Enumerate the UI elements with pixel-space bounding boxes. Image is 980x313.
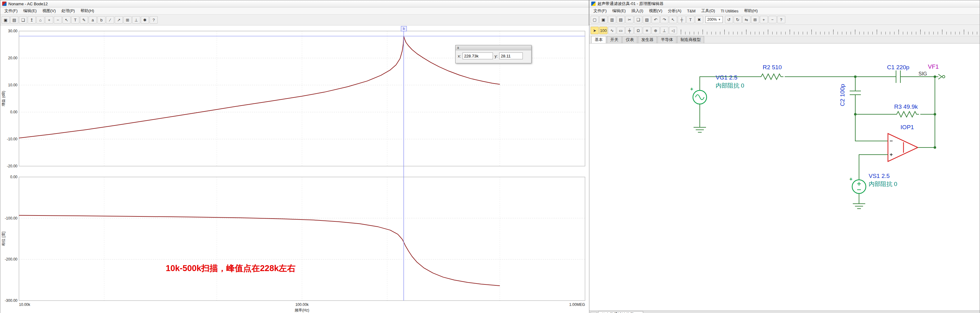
pen-icon[interactable]: ✎ [80, 16, 88, 24]
y-tick-label: -300.00 [5, 299, 18, 303]
menu-item[interactable]: TI Utilities [718, 8, 741, 14]
schematic-component-toolbar: ➤100∿▭╪Ω≡⊕⊥◁ [589, 25, 980, 36]
wire-icon[interactable]: ┼ [678, 16, 686, 23]
zoom-select[interactable]: 200% ▼ [705, 16, 723, 23]
menu-item[interactable]: 文件(F) [590, 8, 609, 14]
line-icon[interactable]: ∕ [106, 16, 114, 24]
battery-icon[interactable]: ≡ [643, 27, 651, 34]
cursor-y-label: y: [495, 54, 498, 58]
print-icon[interactable]: ▤ [10, 16, 18, 24]
flip-icon[interactable]: ⇋ [742, 16, 751, 23]
tab-仪表[interactable]: 仪表 [622, 36, 637, 43]
menu-item[interactable]: 编辑(E) [609, 8, 628, 14]
open-icon[interactable]: ▣ [599, 16, 608, 23]
wire[interactable] [855, 114, 888, 141]
zoom-fit-icon[interactable]: ⌂ [37, 16, 45, 24]
paste-icon[interactable]: ▧ [643, 16, 651, 23]
menu-item[interactable]: 文件(F) [2, 8, 21, 14]
generator-icon[interactable]: ∿ [608, 27, 616, 34]
opamp-iop1[interactable]: IOP1 [888, 124, 918, 161]
undo-icon[interactable]: ↶ [652, 16, 660, 23]
node-icon[interactable]: ⊕ [652, 27, 660, 34]
sig-label: SIG [918, 71, 927, 76]
save-icon[interactable]: ▥ [608, 16, 616, 23]
resistor-r2[interactable]: R2 510 [760, 64, 783, 79]
arrow-icon[interactable]: ↗ [115, 16, 123, 24]
ground-icon [853, 204, 865, 209]
menu-item[interactable]: 处理(P) [59, 8, 78, 14]
zoom-out-icon[interactable]: − [54, 16, 62, 24]
zoom-out-icon[interactable]: − [768, 16, 776, 23]
menu-item[interactable]: 插入(I) [628, 8, 646, 14]
schematic-canvas[interactable]: + VG1 2.5 内部阻抗 0 R2 510 C1 220p [589, 43, 980, 310]
redo-icon[interactable]: ↷ [660, 16, 668, 23]
print-icon[interactable]: ▤ [617, 16, 625, 23]
menu-item[interactable]: 视图(V) [646, 8, 665, 14]
component-buttons: ➤100∿▭╪Ω≡⊕⊥◁ [590, 27, 677, 34]
x-tick-label: 100.00k [296, 302, 309, 307]
run-icon[interactable]: ➤ [590, 27, 599, 34]
menu-item[interactable]: 工具(O) [698, 8, 718, 14]
export-icon[interactable]: ↥ [28, 16, 36, 24]
diode-icon[interactable]: ◁ [669, 27, 677, 34]
cursor-top-marker[interactable]: b [401, 26, 407, 32]
ohm-icon[interactable]: Ω [634, 27, 642, 34]
r3-label: R3 49.9k [894, 103, 918, 110]
tab-开关[interactable]: 开关 [607, 36, 622, 43]
ground-icon[interactable]: ⊥ [660, 27, 668, 34]
rotate-left-icon[interactable]: ↺ [725, 16, 733, 23]
phase-curve [19, 215, 500, 286]
menu-item[interactable]: 分析(A) [665, 8, 684, 14]
menu-item[interactable]: T&M [684, 8, 698, 14]
tab-半导体[interactable]: 半导体 [657, 36, 676, 43]
capacitor-c2[interactable]: C2 100p [839, 77, 861, 114]
menu-item[interactable]: 视图(V) [40, 8, 59, 14]
new-icon[interactable]: ▢ [590, 16, 599, 23]
cut-icon[interactable]: ✂ [625, 16, 633, 23]
sheet-scroll-left-icon[interactable]: ◂ [590, 312, 597, 313]
tab-发生器[interactable]: 发生器 [638, 36, 657, 43]
copy-icon[interactable]: ❏ [19, 16, 27, 24]
help-icon[interactable]: ? [150, 16, 158, 24]
cursor-x-value[interactable] [463, 52, 493, 59]
pointer-icon[interactable]: ↖ [669, 16, 677, 23]
menu-item[interactable]: 编辑(E) [21, 8, 40, 14]
c2-label: C2 100p [839, 84, 846, 106]
y-tick-label: -200.00 [5, 257, 18, 261]
resistor-r3[interactable]: R3 49.9k [894, 103, 919, 117]
help-icon[interactable]: ? [777, 16, 785, 23]
sheet-tab[interactable]: 超声带通滤波仿真-01 [598, 311, 643, 313]
delete-icon[interactable]: ✖ [695, 16, 703, 23]
menu-item[interactable]: 帮助(H) [741, 8, 760, 14]
cursor-y-value[interactable] [499, 52, 523, 59]
grid-icon[interactable]: ⊞ [124, 16, 132, 24]
settings-icon[interactable]: ✱ [141, 16, 149, 24]
schematic-titlebar[interactable]: 超声带通滤波仿真-01 - 原理图编辑器 [589, 0, 980, 8]
zoom-in-icon[interactable]: + [45, 16, 53, 24]
copy-icon[interactable]: ❏ [634, 16, 642, 23]
bode-titlebar[interactable]: Noname - AC Bode12 [0, 0, 589, 8]
pointer-icon[interactable]: ↖ [62, 16, 71, 24]
cursor-readout-panel[interactable]: a x: y: [455, 45, 531, 63]
ground-icon [694, 127, 706, 132]
zoom-in-icon[interactable]: + [760, 16, 768, 23]
capacitor-c1[interactable]: C1 220p [887, 64, 909, 83]
resistor-icon[interactable]: ▭ [617, 27, 625, 34]
tab-制造商模型[interactable]: 制造商模型 [677, 36, 704, 43]
vg1-label: VG1 2.5 [716, 74, 737, 81]
axes-icon[interactable]: ⊥ [132, 16, 140, 24]
y-tick-label: 0.00 [10, 175, 18, 179]
text-icon[interactable]: T [686, 16, 695, 23]
capacitor-icon[interactable]: ╪ [625, 27, 633, 34]
rotate-right-icon[interactable]: ↻ [734, 16, 742, 23]
text-icon[interactable]: T [71, 16, 79, 24]
cursor-b-icon[interactable]: b [97, 16, 105, 24]
cursor-a-icon[interactable]: a [89, 16, 97, 24]
menu-item[interactable]: 帮助(H) [78, 8, 97, 14]
schematic-window-title: 超声带通滤波仿真-01 - 原理图编辑器 [597, 1, 663, 6]
tab-基本[interactable]: 基本 [591, 36, 606, 43]
cursor-panel-title[interactable]: a [456, 45, 531, 50]
save-icon[interactable]: ▣ [2, 16, 10, 24]
meter-icon[interactable]: 100 [599, 27, 608, 34]
grid-icon[interactable]: ⊞ [751, 16, 759, 23]
